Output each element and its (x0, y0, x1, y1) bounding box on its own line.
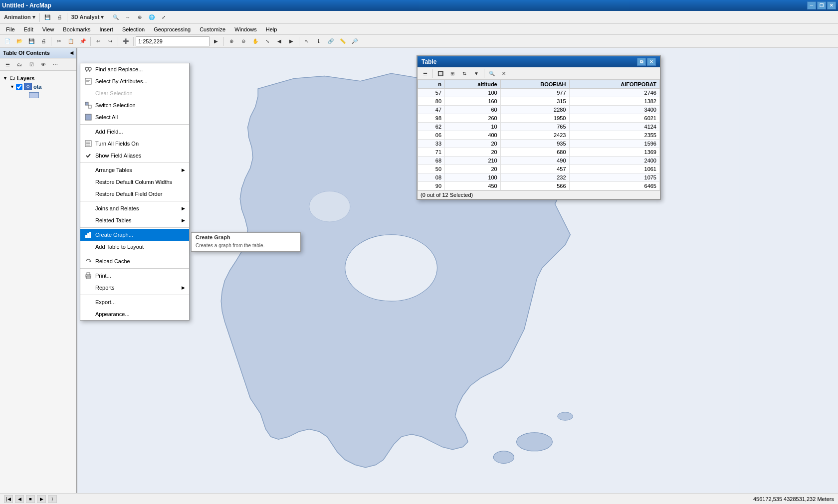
nav-stop-btn[interactable]: ■ (26, 495, 35, 503)
menu-bookmarks[interactable]: Bookmarks (59, 25, 94, 33)
table-row[interactable]: 081002321075 (418, 173, 660, 182)
find-btn[interactable]: 🔎 (349, 36, 360, 46)
table-row[interactable]: 904505666465 (418, 182, 660, 190)
paste-btn[interactable]: 📌 (77, 36, 88, 46)
menu-edit[interactable]: Edit (20, 25, 37, 33)
table-maximize-btn[interactable]: ⧉ (637, 58, 646, 66)
table-zoom-btn[interactable]: 🔍 (486, 68, 497, 78)
close-button[interactable]: ✕ (827, 1, 836, 9)
scale-input[interactable] (136, 36, 210, 46)
zoom-in-btn[interactable]: ⊕ (226, 36, 237, 46)
redo-btn[interactable]: ↪ (105, 36, 116, 46)
animation-label[interactable]: Animation ▾ (2, 14, 37, 20)
table-row[interactable]: 62107654124 (418, 123, 660, 131)
ctx-restore-field[interactable]: Restore Default Field Order (80, 188, 189, 200)
ctx-select-all[interactable]: Select All (80, 111, 189, 123)
ctx-appearance[interactable]: Appearance... (80, 308, 189, 320)
menu-insert[interactable]: Insert (95, 25, 117, 33)
col-altitude[interactable]: altitude (445, 80, 501, 89)
toc-vis-btn[interactable]: 👁 (38, 59, 49, 69)
copy-btn[interactable]: 📋 (65, 36, 76, 46)
toc-source-btn[interactable]: 🗂 (14, 59, 25, 69)
table-row[interactable]: 71206801369 (418, 148, 660, 157)
ctx-restore-col[interactable]: Restore Default Column Widths (80, 176, 189, 188)
zoom-fwd-btn[interactable]: ▶ (286, 36, 297, 46)
ctx-create-graph[interactable]: Create Graph... (80, 229, 189, 241)
ctx-reports[interactable]: Reports ▶ (80, 282, 189, 294)
tool-btn4[interactable]: 🌐 (146, 12, 157, 22)
menu-view[interactable]: View (38, 25, 58, 33)
print-btn[interactable]: 🖨 (54, 12, 65, 22)
table-row[interactable]: 476022803400 (418, 106, 660, 114)
tool-btn2[interactable]: ↔ (122, 12, 133, 22)
table-sort-btn[interactable]: ⇅ (459, 68, 470, 78)
col-vooeidi[interactable]: ΒΟΟΕΙΔΗ (500, 80, 569, 89)
col-n[interactable]: n (418, 80, 445, 89)
table-field-btn[interactable]: ⊞ (447, 68, 458, 78)
tool-btn1[interactable]: 🔍 (110, 12, 121, 22)
zoom-back-btn[interactable]: ◀ (274, 36, 285, 46)
ctx-find-replace[interactable]: Find and Replace... (80, 63, 189, 75)
undo-btn[interactable]: ↩ (93, 36, 104, 46)
ota-checkbox[interactable] (16, 84, 22, 90)
zoom-out-btn[interactable]: ⊖ (238, 36, 249, 46)
measure-btn[interactable]: 📏 (337, 36, 348, 46)
toc-more-btn[interactable]: ⋯ (50, 59, 61, 69)
menu-file[interactable]: File (2, 25, 19, 33)
ota-expand[interactable]: ▼ (10, 84, 14, 89)
minimize-button[interactable]: ─ (807, 1, 816, 9)
ctx-field-aliases[interactable]: Show Field Aliases (80, 150, 189, 162)
select-btn[interactable]: ↖ (301, 36, 312, 46)
table-row[interactable]: 33209351596 (418, 140, 660, 148)
ctx-switch-sel[interactable]: Switch Selection (80, 99, 189, 111)
toc-list-btn[interactable]: ☰ (2, 59, 13, 69)
nav-scroll-btn[interactable]: ⟩ (48, 495, 57, 503)
ctx-export[interactable]: Export... (80, 296, 189, 308)
table-row[interactable]: 9826019506021 (418, 114, 660, 123)
save-map-btn[interactable]: 💾 (26, 36, 37, 46)
ctx-print[interactable]: Print... (80, 270, 189, 282)
print-map-btn[interactable]: 🖨 (38, 36, 49, 46)
new-btn[interactable]: 📄 (2, 36, 13, 46)
menu-geoprocessing[interactable]: Geoprocessing (150, 25, 195, 33)
toc-select-btn[interactable]: ☑ (26, 59, 37, 69)
table-row[interactable]: 0640024232355 (418, 131, 660, 140)
hyperlink-btn[interactable]: 🔗 (325, 36, 336, 46)
ctx-select-attrs[interactable]: Select By Attributes... (80, 75, 189, 87)
table-row[interactable]: 571009772746 (418, 89, 660, 97)
add-btn[interactable]: ➕ (120, 36, 131, 46)
menu-selection[interactable]: Selection (118, 25, 149, 33)
open-btn[interactable]: 📂 (14, 36, 25, 46)
ctx-related-tables[interactable]: Related Tables ▶ (80, 214, 189, 226)
go-btn[interactable]: ▶ (210, 36, 221, 46)
tool-btn3[interactable]: ⊕ (134, 12, 145, 22)
map-area[interactable]: Table ⧉ ✕ ☰ 🔲 ⊞ ⇅ ▼ 🔍 ✕ (77, 48, 838, 493)
save-btn[interactable]: 💾 (42, 12, 53, 22)
nav-next-btn[interactable]: ▶ (37, 495, 46, 503)
table-row[interactable]: 682104902400 (418, 157, 660, 165)
table-row[interactable]: 801603151382 (418, 97, 660, 106)
identify-btn[interactable]: ℹ (313, 36, 324, 46)
ctx-joins[interactable]: Joins and Relates ▶ (80, 202, 189, 214)
nav-prev-btn[interactable]: ◀ (15, 495, 24, 503)
ctx-add-table-layout[interactable]: Add Table to Layout (80, 241, 189, 253)
table-row[interactable]: 50204571061 (418, 165, 660, 173)
ctx-reload-cache[interactable]: Reload Cache (80, 255, 189, 267)
ctx-turn-fields[interactable]: Turn All Fields On (80, 138, 189, 150)
menu-customize[interactable]: Customize (196, 25, 229, 33)
table-filter-btn[interactable]: ▼ (471, 68, 482, 78)
ctx-add-field[interactable]: Add Field... (80, 126, 189, 138)
ctx-arrange-tables[interactable]: Arrange Tables ▶ (80, 164, 189, 176)
table-menu-btn[interactable]: ☰ (419, 68, 430, 78)
menu-help[interactable]: Help (262, 25, 281, 33)
layers-expand[interactable]: ▼ (3, 76, 7, 81)
pan-btn[interactable]: ✋ (250, 36, 261, 46)
menu-windows[interactable]: Windows (230, 25, 261, 33)
analyst-label[interactable]: 3D Analyst ▾ (69, 14, 106, 20)
toc-expand-icon[interactable]: ◀ (70, 50, 73, 55)
table-title-bar[interactable]: Table ⧉ ✕ (418, 56, 660, 67)
nav-first-btn[interactable]: |◀ (4, 495, 13, 503)
restore-button[interactable]: ❐ (817, 1, 826, 9)
table-select-btn[interactable]: 🔲 (435, 68, 446, 78)
table-clear-btn[interactable]: ✕ (498, 68, 509, 78)
